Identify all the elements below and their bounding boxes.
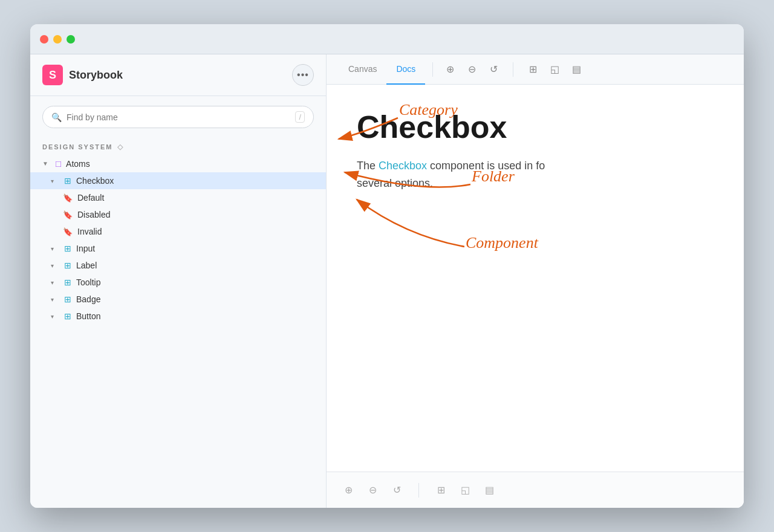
tab-canvas[interactable]: Canvas xyxy=(339,54,386,85)
chevron-down-icon: ▾ xyxy=(51,178,59,184)
doc-content: Checkbox The Checkbox component is used … xyxy=(327,85,744,472)
minimize-button[interactable] xyxy=(53,35,62,44)
pin-icon: ◇ xyxy=(117,143,124,151)
toolbar-divider xyxy=(432,62,433,77)
split-icon: ◱ xyxy=(550,63,559,75)
chevron-down-icon: ▾ xyxy=(51,296,59,303)
toolbar-icons: ⊕ ⊖ ↺ ⊞ ◱ ▤ xyxy=(440,60,586,79)
search-area: 🔍 / xyxy=(30,96,326,138)
grid-button[interactable]: ⊞ xyxy=(523,60,542,79)
component-icon: ⊞ xyxy=(64,294,71,304)
bottom-zoom-out-button[interactable]: ⊖ xyxy=(363,481,382,500)
tab-docs[interactable]: Docs xyxy=(386,54,425,85)
category-label: DESIGN SYSTEM ◇ xyxy=(30,138,326,155)
zoom-in-icon: ⊕ xyxy=(446,63,454,75)
sidebar-item-tooltip[interactable]: ▾ ⊞ Tooltip xyxy=(30,274,326,291)
bottom-zoom-out-icon: ⊖ xyxy=(369,484,377,496)
sidebar-item-invalid[interactable]: 🔖 Invalid xyxy=(30,223,326,240)
titlebar xyxy=(30,24,744,54)
bottom-reset-icon: ↺ xyxy=(393,484,401,496)
search-box[interactable]: 🔍 / xyxy=(42,106,314,128)
traffic-lights xyxy=(40,35,75,44)
bottom-split-button[interactable]: ◱ xyxy=(455,481,475,500)
bottom-split-icon: ◱ xyxy=(461,484,470,496)
component-icon: ⊞ xyxy=(64,244,71,253)
sidebar-item-disabled[interactable]: 🔖 Disabled xyxy=(30,206,326,223)
chevron-down-icon: ▾ xyxy=(51,245,59,252)
zoom-out-icon: ⊖ xyxy=(468,63,476,75)
sidebar-item-checkbox[interactable]: ▾ ⊞ Checkbox xyxy=(30,172,326,189)
chevron-down-icon: ▾ xyxy=(51,262,59,269)
sidebar-item-input[interactable]: ▾ ⊞ Input xyxy=(30,240,326,257)
grid-icon: ⊞ xyxy=(529,63,537,75)
folder-icon: □ xyxy=(56,158,61,169)
sidebar: S Storybook ••• 🔍 / DESIGN SY xyxy=(30,54,327,508)
bottom-grid-icon: ⊞ xyxy=(437,484,445,496)
sidebar-item-badge[interactable]: ▾ ⊞ Badge xyxy=(30,291,326,308)
close-button[interactable] xyxy=(40,35,48,44)
main-toolbar: Canvas Docs ⊕ ⊖ ↺ ⊞ xyxy=(327,54,744,85)
input-label: Input xyxy=(76,244,95,253)
sidebar-nav: DESIGN SYSTEM ◇ ▼ □ Atoms ▾ ⊞ Checkbox xyxy=(30,138,326,508)
zoom-reset-button[interactable]: ↺ xyxy=(484,60,503,79)
sidebar-item-atoms[interactable]: ▼ □ Atoms xyxy=(30,155,326,172)
bottom-panel-icon: ▤ xyxy=(485,484,494,496)
zoom-in-button[interactable]: ⊕ xyxy=(440,60,460,79)
component-icon: ⊞ xyxy=(64,261,71,270)
bottom-grid-button[interactable]: ⊞ xyxy=(431,481,450,500)
bottom-zoom-in-icon: ⊕ xyxy=(345,484,353,496)
default-label: Default xyxy=(77,193,104,203)
bottom-panel-button[interactable]: ▤ xyxy=(480,481,499,500)
more-options-button[interactable]: ••• xyxy=(292,64,314,86)
panel-button[interactable]: ▤ xyxy=(567,60,586,79)
checkbox-label: Checkbox xyxy=(76,176,114,186)
disabled-label: Disabled xyxy=(77,210,110,219)
main-content-area: Canvas Docs ⊕ ⊖ ↺ ⊞ xyxy=(327,54,744,508)
maximize-button[interactable] xyxy=(67,35,75,44)
component-icon: ⊞ xyxy=(64,277,71,287)
zoom-out-button[interactable]: ⊖ xyxy=(462,60,481,79)
app-name: Storybook xyxy=(69,69,123,82)
doc-body: The Checkbox component is used in fo sev… xyxy=(357,157,714,192)
tooltip-label: Tooltip xyxy=(76,277,100,287)
story-icon: 🔖 xyxy=(63,193,73,203)
app-window: S Storybook ••• 🔍 / DESIGN SY xyxy=(30,24,744,508)
search-input[interactable] xyxy=(67,112,290,122)
badge-label: Badge xyxy=(76,294,100,304)
sidebar-item-label[interactable]: ▾ ⊞ Label xyxy=(30,257,326,274)
atoms-label: Atoms xyxy=(66,159,90,169)
story-icon: 🔖 xyxy=(63,227,73,236)
storybook-logo: S xyxy=(42,65,63,85)
bottom-reset-button[interactable]: ↺ xyxy=(387,481,406,500)
sidebar-header: S Storybook ••• xyxy=(30,54,326,96)
chevron-down-icon: ▾ xyxy=(51,279,59,286)
doc-title: Checkbox xyxy=(357,109,714,145)
app-body: S Storybook ••• 🔍 / DESIGN SY xyxy=(30,54,744,508)
label-label: Label xyxy=(76,261,97,270)
search-icon: 🔍 xyxy=(51,112,62,122)
bottom-divider xyxy=(418,483,419,498)
sidebar-item-default[interactable]: 🔖 Default xyxy=(30,189,326,206)
bottom-zoom-in-button[interactable]: ⊕ xyxy=(339,481,358,500)
invalid-label: Invalid xyxy=(77,227,102,236)
more-icon: ••• xyxy=(297,70,309,80)
logo-area: S Storybook xyxy=(42,65,123,85)
component-icon: ⊞ xyxy=(64,176,71,186)
reset-icon: ↺ xyxy=(490,63,498,75)
split-button[interactable]: ◱ xyxy=(545,60,564,79)
button-label: Button xyxy=(76,311,100,321)
chevron-down-icon: ▼ xyxy=(42,160,51,167)
toolbar-divider-2 xyxy=(513,62,513,77)
component-annotation: Component xyxy=(466,234,539,251)
story-icon: 🔖 xyxy=(63,210,73,219)
search-shortcut: / xyxy=(295,111,305,123)
panel-icon: ▤ xyxy=(572,63,581,75)
bottom-toolbar: ⊕ ⊖ ↺ ⊞ ◱ ▤ xyxy=(327,472,744,508)
component-arrow xyxy=(357,199,464,247)
sidebar-item-button[interactable]: ▾ ⊞ Button xyxy=(30,308,326,325)
chevron-down-icon: ▾ xyxy=(51,313,59,320)
doc-link[interactable]: Checkbox xyxy=(379,160,427,172)
component-icon: ⊞ xyxy=(64,311,71,321)
